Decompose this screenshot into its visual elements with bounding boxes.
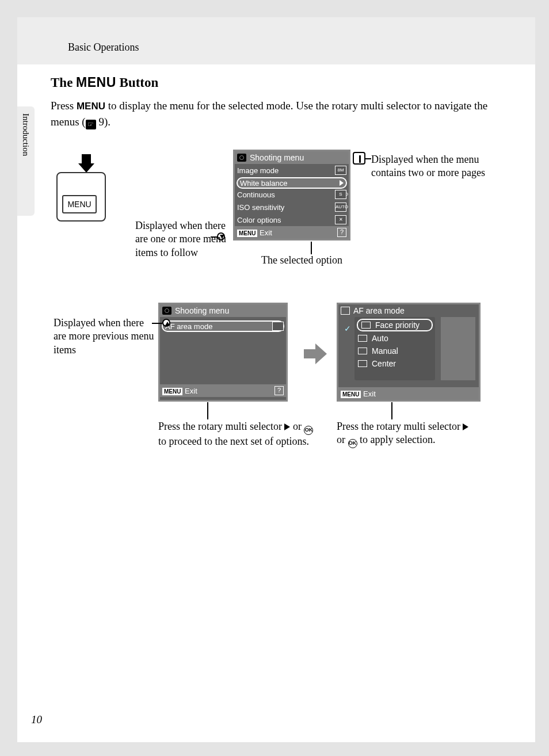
option-label: Face priority xyxy=(375,320,420,330)
chevron-right-icon xyxy=(340,180,344,186)
svg-rect-0 xyxy=(82,154,91,163)
preview-pane xyxy=(441,317,475,380)
menu-label: Color options xyxy=(237,216,281,224)
menu-value: S xyxy=(335,190,346,199)
menu-button-label: MENU xyxy=(62,195,97,213)
screen1-footer: MENU Exit ? xyxy=(235,226,349,239)
caption-text: or xyxy=(337,434,348,445)
caption-text: to proceed to the next set of options. xyxy=(158,436,309,447)
scrollbar-icon xyxy=(353,152,365,165)
callout-selected-option: The selected option xyxy=(261,254,388,267)
menu-tag-icon: MENU xyxy=(341,391,361,398)
menu-row-af-area-mode-selected: AF area mode xyxy=(162,320,284,332)
shooting-menu-screen-1: Shooting menu Image mode8M White balance… xyxy=(233,150,350,240)
menu-button-illustration: MENU xyxy=(56,172,106,222)
menu-row-color-options: Color options✕ xyxy=(235,213,349,226)
menu-row-image-mode: Image mode8M xyxy=(235,164,349,177)
help-icon: ? xyxy=(337,228,346,237)
menu-label: Image mode xyxy=(237,166,279,175)
exit-label: Exit xyxy=(185,387,197,395)
option-manual: Manual xyxy=(354,345,435,357)
option-auto: Auto xyxy=(354,332,435,345)
manual-af-icon xyxy=(358,348,367,354)
option-face-priority-selected: Face priority xyxy=(357,319,433,331)
left-icon-column: ✓ xyxy=(344,324,351,333)
menu-value: ✕ xyxy=(335,215,346,224)
af-area-mode-screen: AF area mode Face priority Auto Manual C… xyxy=(337,303,481,402)
check-icon: ✓ xyxy=(344,324,351,333)
caption-text: Press the rotary multi selector xyxy=(158,421,284,432)
page-heading: The MENU Button xyxy=(51,75,158,90)
face-priority-icon xyxy=(361,322,371,329)
leader-line xyxy=(311,242,312,254)
camera-icon xyxy=(162,307,171,315)
menu-label: Continuous xyxy=(237,190,275,199)
menu-label: ISO sensitivity xyxy=(237,203,284,212)
callout-more-above: Displayed when there are more previous m… xyxy=(54,316,157,357)
menu-label: AF area mode xyxy=(165,322,212,331)
heading-post: Button xyxy=(116,75,159,90)
ok-button-icon: OK xyxy=(304,426,313,435)
ok-button-icon: OK xyxy=(348,439,357,448)
side-tab: Introduction xyxy=(21,113,30,156)
option-label: Manual xyxy=(372,346,398,356)
menu-value: 8M xyxy=(335,166,346,175)
screen2-header: Shooting menu xyxy=(160,304,286,317)
leader-line xyxy=(365,158,371,159)
heading-menu-word: MENU xyxy=(76,75,116,90)
auto-af-icon xyxy=(358,335,367,342)
intro-text-2: to display the menu for the selected mod… xyxy=(51,100,487,128)
caption-text: to apply selection. xyxy=(357,434,436,445)
menu-row-white-balance-selected: White balance xyxy=(237,177,347,189)
page-ref-icon: ☞ xyxy=(86,120,96,129)
caption-text: or xyxy=(290,421,304,432)
svg-marker-1 xyxy=(78,163,94,173)
screen1-title: Shooting menu xyxy=(250,153,304,162)
intro-paragraph: Press MENU to display the menu for the s… xyxy=(51,98,505,129)
menu-row-continuous: ContinuousS xyxy=(235,188,349,201)
menu-word-inline: MENU xyxy=(77,101,105,112)
caption-text: Press the rotary multi selector xyxy=(337,421,463,432)
callout-more-below: Displayed when there are one or more men… xyxy=(135,219,233,259)
exit-label: Exit xyxy=(260,228,272,237)
caption-proceed: Press the rotary multi selector or OK to… xyxy=(158,420,319,448)
page-number: 10 xyxy=(31,713,42,726)
right-triangle-icon xyxy=(284,423,290,430)
callout-multi-page: Displayed when the menu contains two or … xyxy=(371,153,504,180)
heading-pre: The xyxy=(51,75,76,90)
af-value-icon xyxy=(272,322,284,333)
options-list: Face priority Auto Manual Center xyxy=(354,317,435,380)
screen1-header: Shooting menu xyxy=(235,151,349,164)
exit-label: Exit xyxy=(363,390,376,398)
menu-tag-icon: MENU xyxy=(162,388,182,395)
svg-marker-2 xyxy=(304,343,327,364)
screen2-title: Shooting menu xyxy=(175,306,229,315)
center-af-icon xyxy=(358,360,367,367)
camera-icon xyxy=(237,154,246,162)
screen3-footer: MENU Exit xyxy=(338,387,479,400)
menu-tag-icon: MENU xyxy=(237,230,257,237)
menu-value: AUTO xyxy=(335,203,346,212)
option-center: Center xyxy=(354,357,435,370)
screen2-footer: MENU Exit ? xyxy=(160,384,286,397)
screen3-header: AF area mode xyxy=(338,304,479,317)
option-label: Auto xyxy=(372,334,388,343)
help-icon: ? xyxy=(274,386,284,395)
menu-label: White balance xyxy=(240,179,287,188)
leader-line xyxy=(391,402,392,419)
screen3-title: AF area mode xyxy=(353,306,405,315)
intro-text-3: ). xyxy=(104,116,110,128)
intro-ref-num: 9 xyxy=(98,116,104,128)
caption-apply: Press the rotary multi selector or OK to… xyxy=(337,420,475,448)
more-above-indicator-icon xyxy=(162,319,170,327)
running-head: Basic Operations xyxy=(68,41,139,54)
menu-row-iso: ISO sensitivityAUTO xyxy=(235,201,349,213)
right-triangle-icon xyxy=(463,423,468,430)
intro-text-1: Press xyxy=(51,100,77,112)
leader-line xyxy=(207,402,208,419)
option-label: Center xyxy=(372,359,396,368)
proceed-arrow-icon xyxy=(303,342,328,365)
af-header-icon xyxy=(341,307,350,315)
shooting-menu-screen-2: Shooting menu AF area mode MENU Exit ? xyxy=(158,303,288,402)
